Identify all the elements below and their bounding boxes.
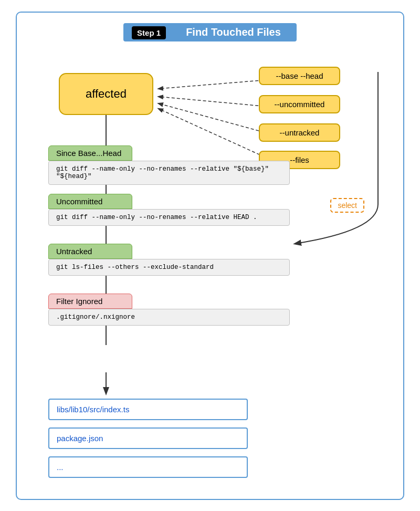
- svg-line-3: [159, 103, 274, 135]
- option-box-1: --base --head: [259, 67, 340, 85]
- flow-command-uncommitted: git diff --name-only --no-renames --rela…: [48, 209, 290, 226]
- affected-label: affected: [86, 87, 127, 101]
- svg-line-2: [159, 97, 274, 107]
- svg-line-1: [159, 79, 274, 89]
- flow-command-since-base: git diff --name-only --no-renames --rela…: [48, 161, 290, 185]
- step-badge: Step 1: [132, 26, 166, 39]
- option-box-2: --uncommitted: [259, 95, 340, 113]
- flow-header-since-base: Since Base...Head: [48, 145, 132, 161]
- output-file-1: libs/lib10/src/index.ts: [48, 399, 248, 420]
- flow-block-since-base: Since Base...Head git diff --name-only -…: [48, 145, 290, 185]
- output-file-3: ...: [48, 456, 248, 478]
- select-badge: select: [330, 198, 364, 213]
- flow-block-untracked: Untracked git ls-files --others --exclud…: [48, 244, 290, 276]
- flow-block-uncommitted: Uncommitted git diff --name-only --no-re…: [48, 194, 290, 226]
- flow-header-untracked: Untracked: [48, 244, 132, 259]
- flow-command-filter: .gitignore/.nxignore: [48, 309, 290, 326]
- flow-header-filter: Filter Ignored: [48, 294, 132, 309]
- output-file-2: package.json: [48, 427, 248, 449]
- diagram: affected --base --head --uncommitted --u…: [33, 57, 387, 509]
- flow-command-untracked: git ls-files --others --exclude-standard: [48, 259, 290, 276]
- header-title: Find Touched Files: [170, 23, 297, 41]
- step-label: Step 1: [123, 23, 170, 41]
- flow-header-uncommitted: Uncommitted: [48, 194, 132, 209]
- header: Step 1 Find Touched Files: [33, 23, 387, 41]
- affected-node: affected: [59, 73, 153, 115]
- outer-container: Step 1 Find Touched Files: [16, 12, 404, 500]
- flow-block-filter: Filter Ignored .gitignore/.nxignore: [48, 294, 290, 326]
- option-box-3: --untracked: [259, 123, 340, 142]
